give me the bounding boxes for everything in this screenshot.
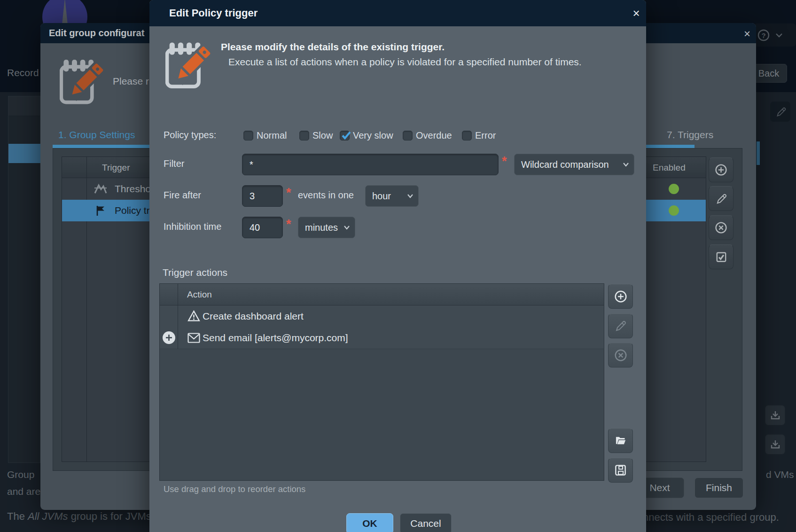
actions-table: Action Create dashboard alert Send email… bbox=[159, 283, 604, 481]
action-row-label: Send email [alerts@mycorp.com] bbox=[203, 332, 348, 344]
add-circle-icon bbox=[614, 290, 627, 303]
open-actions-button[interactable] bbox=[608, 428, 633, 453]
checkbox-overdue-label[interactable]: Overdue bbox=[416, 130, 452, 141]
checkbox-normal[interactable] bbox=[243, 131, 253, 141]
dialog-heading: Please modify the details of the existin… bbox=[221, 41, 445, 53]
fire-after-unit-value: hour bbox=[372, 191, 391, 202]
checkbox-overdue[interactable] bbox=[403, 131, 413, 141]
inhibition-unit-select[interactable]: minutes bbox=[298, 217, 355, 238]
policy-types-label: Policy types: bbox=[164, 130, 216, 141]
warning-icon bbox=[187, 310, 200, 322]
checkbox-error-label[interactable]: Error bbox=[475, 130, 496, 141]
drag-drop-hint: Use drag and drop to reorder actions bbox=[164, 484, 305, 494]
notepad-pencil-icon bbox=[165, 39, 211, 91]
checkbox-normal-label[interactable]: Normal bbox=[257, 130, 287, 141]
fire-after-required-marker: * bbox=[286, 186, 291, 200]
plus-icon bbox=[165, 334, 172, 341]
cancel-button[interactable]: Cancel bbox=[400, 513, 452, 532]
pencil-icon bbox=[614, 320, 627, 332]
filter-input[interactable]: * bbox=[242, 154, 499, 175]
action-row-label: Create dashboard alert bbox=[203, 311, 304, 322]
edit-policy-trigger-dialog: Edit Policy trigger × Please modify the … bbox=[149, 0, 646, 532]
actions-table-empty-area bbox=[160, 349, 604, 480]
trigger-dialog-close-button[interactable]: × bbox=[628, 5, 645, 22]
action-column-header: Action bbox=[187, 284, 212, 305]
filter-comparison-value: Wildcard comparison bbox=[521, 159, 609, 170]
screen: Record ? Back bbox=[0, 0, 796, 532]
checkbox-slow-label[interactable]: Slow bbox=[312, 130, 333, 141]
inhibition-unit-value: minutes bbox=[305, 222, 338, 233]
events-in-one-label: events in one bbox=[298, 190, 354, 201]
ok-button[interactable]: OK bbox=[346, 513, 393, 532]
open-folder-icon bbox=[614, 434, 627, 447]
trigger-dialog-titlebar: Edit Policy trigger bbox=[149, 0, 646, 26]
checkbox-very-slow-label[interactable]: Very slow bbox=[353, 130, 393, 141]
dialog-subheading: Execute a list of actions when a policy … bbox=[228, 56, 582, 68]
email-icon bbox=[187, 333, 200, 343]
edit-action-button[interactable] bbox=[608, 313, 633, 338]
inhibition-time-input[interactable]: 40 bbox=[242, 217, 283, 238]
save-actions-button[interactable] bbox=[608, 458, 633, 483]
filter-label: Filter bbox=[164, 158, 184, 169]
action-row-send-email[interactable]: Send email [alerts@mycorp.com] bbox=[160, 327, 604, 349]
remove-circle-icon bbox=[614, 349, 627, 362]
checkbox-error[interactable] bbox=[462, 131, 472, 141]
inhibition-time-label: Inhibition time bbox=[164, 221, 221, 232]
floppy-disk-icon bbox=[614, 464, 627, 477]
filter-required-marker: * bbox=[502, 154, 507, 169]
trigger-actions-label: Trigger actions bbox=[163, 267, 227, 278]
action-row-dashboard-alert[interactable]: Create dashboard alert bbox=[160, 305, 604, 327]
fire-after-input[interactable]: 3 bbox=[242, 185, 283, 207]
fire-after-label: Fire after bbox=[164, 190, 201, 201]
remove-action-button[interactable] bbox=[608, 343, 633, 368]
actions-table-header: Action bbox=[160, 284, 604, 305]
checkmark-icon bbox=[341, 130, 352, 141]
chevron-down-icon bbox=[343, 225, 350, 230]
filter-comparison-select[interactable]: Wildcard comparison bbox=[514, 154, 634, 175]
fire-after-unit-select[interactable]: hour bbox=[365, 185, 419, 207]
chevron-down-icon bbox=[407, 194, 414, 198]
trigger-dialog-title: Edit Policy trigger bbox=[169, 7, 258, 19]
chevron-down-icon bbox=[623, 162, 629, 167]
inhibition-required-marker: * bbox=[286, 217, 291, 232]
insert-action-handle[interactable] bbox=[163, 331, 175, 344]
checkbox-very-slow[interactable] bbox=[340, 131, 350, 141]
checkbox-slow[interactable] bbox=[299, 131, 309, 141]
add-action-button[interactable] bbox=[608, 284, 633, 309]
